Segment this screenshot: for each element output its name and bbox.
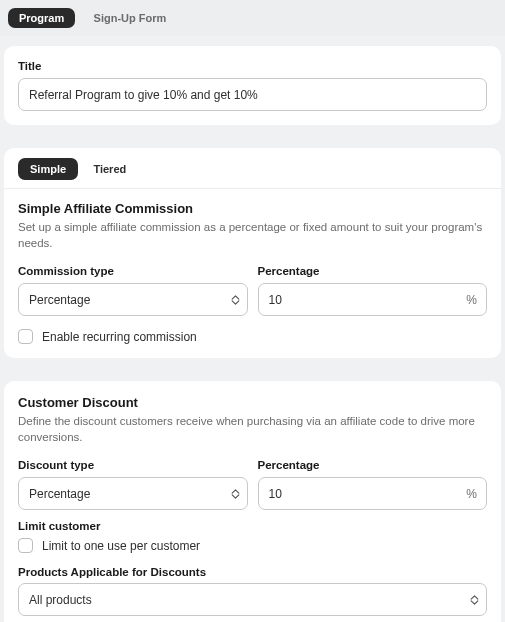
- discount-type-col: Discount type Percentage: [18, 459, 248, 510]
- products-select[interactable]: All products: [18, 583, 487, 616]
- commission-percent-label: Percentage: [258, 265, 488, 277]
- commission-type-col: Commission type Percentage: [18, 265, 248, 316]
- discount-percent-label: Percentage: [258, 459, 488, 471]
- discount-type-select[interactable]: Percentage: [18, 477, 248, 510]
- commission-type-segment: Simple Tiered: [18, 162, 487, 176]
- limit-one-use-label: Limit to one use per customer: [42, 539, 200, 553]
- discount-percent-wrap: %: [258, 477, 488, 510]
- limit-customer-label: Limit customer: [18, 520, 487, 532]
- commission-type-select-wrap: Percentage: [18, 283, 248, 316]
- discount-type-label: Discount type: [18, 459, 248, 471]
- commission-card: Simple Tiered Simple Affiliate Commissio…: [4, 148, 501, 358]
- segment-simple[interactable]: Simple: [18, 158, 78, 180]
- segment-tiered[interactable]: Tiered: [81, 158, 138, 180]
- commission-percent-input[interactable]: [258, 283, 488, 316]
- title-input[interactable]: [18, 78, 487, 111]
- tab-signup-form[interactable]: Sign-Up Form: [83, 8, 178, 28]
- limit-one-use-checkbox[interactable]: [18, 538, 33, 553]
- discount-row: Discount type Percentage Percentage %: [18, 459, 487, 510]
- recurring-row: Enable recurring commission: [18, 329, 487, 344]
- commission-type-label: Commission type: [18, 265, 248, 277]
- discount-type-value: Percentage: [29, 487, 90, 501]
- divider: [4, 188, 501, 189]
- commission-type-select[interactable]: Percentage: [18, 283, 248, 316]
- page-root: Program Sign-Up Form Title Simple Tiered…: [0, 0, 505, 622]
- commission-type-value: Percentage: [29, 293, 90, 307]
- discount-card: Customer Discount Define the discount cu…: [4, 381, 501, 622]
- discount-type-select-wrap: Percentage: [18, 477, 248, 510]
- discount-percent-col: Percentage %: [258, 459, 488, 510]
- commission-subheading: Set up a simple affiliate commission as …: [18, 220, 487, 251]
- discount-heading: Customer Discount: [18, 395, 487, 410]
- products-applicable-label: Products Applicable for Discounts: [18, 566, 487, 578]
- limit-one-use-row: Limit to one use per customer: [18, 538, 487, 553]
- discount-subheading: Define the discount customers receive wh…: [18, 414, 487, 445]
- commission-percent-col: Percentage %: [258, 265, 488, 316]
- recurring-checkbox[interactable]: [18, 329, 33, 344]
- top-tab-strip: Program Sign-Up Form: [0, 0, 505, 36]
- discount-percent-input[interactable]: [258, 477, 488, 510]
- commission-row: Commission type Percentage Percentage %: [18, 265, 487, 316]
- recurring-label: Enable recurring commission: [42, 330, 197, 344]
- title-card: Title: [4, 46, 501, 125]
- products-value: All products: [29, 593, 92, 607]
- products-select-wrap: All products: [18, 583, 487, 616]
- title-label: Title: [18, 60, 487, 72]
- commission-heading: Simple Affiliate Commission: [18, 201, 487, 216]
- tab-program[interactable]: Program: [8, 8, 75, 28]
- commission-percent-wrap: %: [258, 283, 488, 316]
